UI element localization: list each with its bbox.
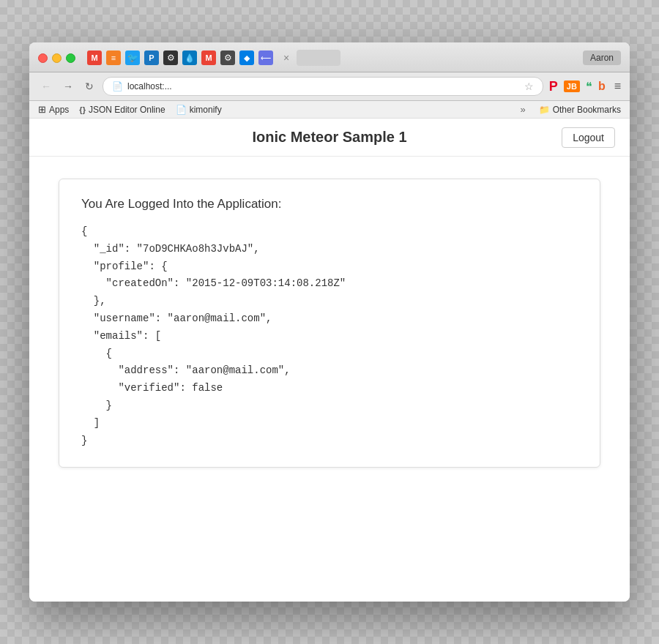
gmail-icon[interactable]: M — [87, 50, 102, 65]
page-title: Ionic Meteor Sample 1 — [252, 129, 406, 146]
title-bar: M ≡ 🐦 P ⚙ 💧 M ⚙ ◆ ⟵ × Aaron — [29, 42, 630, 72]
url-bar[interactable]: 📄 localhost:... ☆ — [103, 77, 543, 96]
json-editor-icon: {} — [79, 105, 86, 114]
refresh-button[interactable]: ↻ — [82, 79, 97, 94]
jetbrains-icon[interactable]: JB — [564, 80, 580, 92]
pinboard-icon[interactable]: P — [144, 50, 159, 65]
stackoverflow-icon[interactable]: ≡ — [106, 50, 121, 65]
maximize-button[interactable] — [66, 53, 75, 63]
stripe-icon[interactable]: ⟵ — [258, 50, 273, 65]
kimonify-icon: 📄 — [176, 105, 187, 115]
content-area: You Are Logged Into the Application: { "… — [29, 157, 630, 490]
bookmark-kimonify[interactable]: 📄 kimonify — [176, 105, 222, 115]
bookmark-json-editor[interactable]: {} JSON Editor Online — [79, 105, 165, 115]
bookmarks-bar: ⊞ Apps {} JSON Editor Online 📄 kimonify … — [29, 101, 630, 119]
logout-button[interactable]: Logout — [562, 127, 615, 148]
bitly-icon[interactable]: b — [598, 80, 606, 93]
page-icon: 📄 — [112, 81, 123, 91]
json-display: { "_id": "7oD9CHKAo8h3JvbAJ", "profile":… — [81, 223, 578, 449]
address-bar-bookmarks: P JB ❝ b — [549, 79, 606, 94]
other-bookmarks-label: Other Bookmarks — [553, 105, 621, 115]
dropbox-icon[interactable]: ◆ — [239, 50, 254, 65]
drupal-icon[interactable]: 💧 — [182, 50, 197, 65]
app-header: Ionic Meteor Sample 1 Logout — [29, 119, 630, 157]
bookmark-apps[interactable]: ⊞ Apps — [38, 104, 69, 115]
tab-close-icon[interactable]: × — [283, 52, 289, 64]
gmail2-icon[interactable]: M — [201, 50, 216, 65]
other-bookmarks[interactable]: 📁 Other Bookmarks — [539, 105, 621, 115]
kimonify-label: kimonify — [190, 105, 222, 115]
more-bookmarks[interactable]: » — [520, 104, 525, 115]
json-editor-label: JSON Editor Online — [89, 105, 165, 115]
twitter-icon[interactable]: 🐦 — [125, 50, 140, 65]
menu-icon[interactable]: ≡ — [614, 80, 621, 93]
forward-button[interactable]: → — [60, 79, 76, 94]
user-badge: Aaron — [583, 50, 621, 65]
json-card: You Are Logged Into the Application: { "… — [59, 179, 600, 468]
card-heading: You Are Logged Into the Application: — [81, 197, 578, 211]
apps-grid-icon: ⊞ — [38, 104, 46, 115]
star-icon[interactable]: ☆ — [524, 80, 534, 92]
github2-icon[interactable]: ⚙ — [220, 50, 235, 65]
page-content: Ionic Meteor Sample 1 Logout You Are Log… — [29, 119, 630, 602]
url-text: localhost:... — [127, 81, 520, 91]
github-icon[interactable]: ⚙ — [163, 50, 178, 65]
apps-label: Apps — [49, 105, 69, 115]
minimize-button[interactable] — [52, 53, 62, 63]
back-button[interactable]: ← — [38, 79, 54, 94]
rapportive-icon[interactable]: ❝ — [586, 80, 592, 94]
traffic-lights — [38, 53, 75, 63]
folder-icon: 📁 — [539, 105, 550, 115]
close-button[interactable] — [38, 53, 48, 63]
new-tab-area[interactable] — [297, 50, 340, 66]
address-bar: ← → ↻ 📄 localhost:... ☆ P JB ❝ b ≡ — [29, 72, 630, 101]
browser-window: M ≡ 🐦 P ⚙ 💧 M ⚙ ◆ ⟵ × Aaron — [29, 42, 630, 602]
pinterest-icon[interactable]: P — [549, 79, 558, 94]
